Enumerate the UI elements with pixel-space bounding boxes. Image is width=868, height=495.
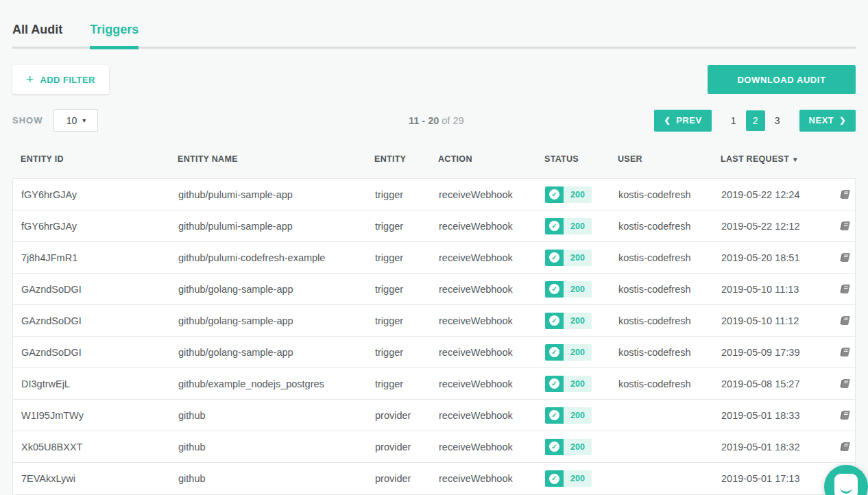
copy-icon[interactable] bbox=[839, 346, 852, 358]
action-cell: receiveWebhook bbox=[439, 410, 545, 421]
entity-id-cell: W1I95JmTWy bbox=[21, 410, 178, 421]
page-numbers: 123 bbox=[724, 110, 787, 131]
entity-name-cell: github/pulumi-sample-app bbox=[178, 189, 375, 200]
entity-id-cell: 7EVAkxLywi bbox=[21, 473, 178, 484]
entity-name-cell: github/golang-sample-app bbox=[178, 315, 375, 326]
entity-cell: trigger bbox=[375, 252, 439, 263]
last-request-cell: 2019-05-08 15:27 bbox=[721, 378, 834, 389]
add-filter-button[interactable]: + ADD FILTER bbox=[12, 65, 109, 94]
user-cell: kostis-codefresh bbox=[618, 378, 721, 389]
table-row: Xk05U8BXXT github provider receiveWebhoo… bbox=[13, 431, 855, 463]
next-label: NEXT bbox=[809, 115, 834, 125]
prev-label: PREV bbox=[676, 115, 701, 125]
page-3-button[interactable]: 3 bbox=[768, 110, 787, 131]
check-circle-icon: ✓ bbox=[545, 250, 564, 266]
page-2-button[interactable]: 2 bbox=[746, 110, 765, 131]
last-request-cell: 2019-05-01 18:33 bbox=[721, 410, 834, 421]
next-button[interactable]: NEXT ❯ bbox=[799, 110, 856, 132]
user-cell: kostis-codefresh bbox=[618, 347, 721, 358]
copy-icon[interactable] bbox=[839, 189, 852, 200]
table-row: fGY6hrGJAy github/pulumi-sample-app trig… bbox=[13, 179, 855, 210]
status-code: 200 bbox=[564, 376, 592, 392]
chevron-down-icon: ▾ bbox=[82, 117, 86, 124]
table-row: fGY6hrGJAy github/pulumi-sample-app trig… bbox=[13, 210, 855, 242]
entity-name-cell: github bbox=[178, 473, 375, 484]
copy-icon[interactable] bbox=[839, 220, 852, 232]
user-cell: kostis-codefresh bbox=[618, 315, 721, 326]
action-cell: receiveWebhook bbox=[439, 189, 545, 200]
entity-cell: trigger bbox=[375, 315, 439, 326]
column-entity-id: ENTITY ID bbox=[21, 154, 178, 164]
column-last-request[interactable]: LAST REQUEST ▾ bbox=[721, 154, 834, 164]
table-row: GAzndSoDGI github/golang-sample-app trig… bbox=[13, 305, 855, 337]
range-of-text: of 29 bbox=[442, 115, 463, 126]
status-code: 200 bbox=[564, 407, 592, 424]
status-cell: ✓ 200 bbox=[545, 344, 618, 361]
entity-cell: provider bbox=[375, 473, 439, 484]
copy-icon[interactable] bbox=[839, 409, 852, 421]
entity-name-cell: github/pulumi-sample-app bbox=[178, 221, 375, 232]
entity-cell: trigger bbox=[375, 221, 439, 232]
user-cell: kostis-codefresh bbox=[618, 221, 721, 232]
copy-icon[interactable] bbox=[839, 441, 852, 452]
check-circle-icon: ✓ bbox=[545, 313, 564, 329]
copy-icon[interactable] bbox=[839, 315, 852, 326]
check-circle-icon: ✓ bbox=[545, 344, 564, 361]
entity-name-cell: github bbox=[178, 442, 375, 452]
plus-icon: + bbox=[26, 73, 34, 86]
copy-icon[interactable] bbox=[839, 378, 852, 389]
page-size-dropdown[interactable]: 10 ▾ bbox=[53, 109, 98, 132]
action-cell: receiveWebhook bbox=[439, 315, 545, 326]
status-cell: ✓ 200 bbox=[545, 313, 618, 329]
prev-button[interactable]: ❮ PREV bbox=[654, 110, 711, 132]
results-range: 11 - 20 of 29 bbox=[218, 115, 654, 126]
page-1-button[interactable]: 1 bbox=[724, 110, 743, 131]
chevron-right-icon: ❯ bbox=[839, 117, 846, 124]
last-request-cell: 2019-05-10 11:12 bbox=[721, 315, 834, 326]
user-cell: kostis-codefresh bbox=[618, 189, 721, 200]
table-row: GAzndSoDGI github/golang-sample-app trig… bbox=[13, 337, 855, 368]
status-badge: ✓ 200 bbox=[545, 344, 592, 361]
last-request-cell: 2019-05-20 18:51 bbox=[721, 252, 834, 263]
copy-icon[interactable] bbox=[839, 252, 852, 263]
status-code: 200 bbox=[564, 470, 592, 487]
action-cell: receiveWebhook bbox=[439, 442, 545, 452]
status-badge: ✓ 200 bbox=[545, 250, 592, 266]
chat-bubble-icon bbox=[834, 474, 858, 495]
last-request-cell: 2019-05-01 17:13 bbox=[721, 473, 834, 484]
table-row: W1I95JmTWy github provider receiveWebhoo… bbox=[13, 400, 855, 431]
copy-icon[interactable] bbox=[839, 283, 852, 295]
status-code: 200 bbox=[564, 250, 592, 266]
tab-all-audit[interactable]: All Audit bbox=[12, 23, 62, 49]
last-request-cell: 2019-05-09 17:39 bbox=[721, 347, 834, 358]
download-audit-button[interactable]: DOWNLOAD AUDIT bbox=[708, 65, 856, 94]
controls-row: SHOW 10 ▾ 11 - 20 of 29 ❮ PREV 123 NEXT … bbox=[0, 94, 868, 132]
audit-table-body: fGY6hrGJAy github/pulumi-sample-app trig… bbox=[12, 178, 856, 495]
range-text: 11 - 20 bbox=[409, 115, 439, 126]
entity-id-cell: 7j8h4JFmR1 bbox=[21, 252, 178, 263]
table-row: DI3gtrwEjL github/example_nodejs_postgre… bbox=[13, 368, 855, 400]
status-badge: ✓ 200 bbox=[545, 281, 592, 298]
status-badge: ✓ 200 bbox=[545, 439, 592, 455]
action-cell: receiveWebhook bbox=[439, 252, 545, 263]
entity-name-cell: github/pulumi-codefresh-example bbox=[178, 252, 375, 263]
audit-page: All Audit Triggers + ADD FILTER DOWNLOAD… bbox=[0, 0, 868, 495]
status-badge: ✓ 200 bbox=[545, 313, 592, 329]
action-cell: receiveWebhook bbox=[439, 221, 545, 232]
check-circle-icon: ✓ bbox=[545, 470, 564, 487]
page-size-value: 10 bbox=[67, 115, 77, 126]
status-badge: ✓ 200 bbox=[545, 186, 592, 203]
status-badge: ✓ 200 bbox=[545, 407, 592, 424]
entity-name-cell: github/golang-sample-app bbox=[178, 347, 375, 358]
last-request-cell: 2019-05-22 12:24 bbox=[721, 189, 834, 200]
entity-name-cell: github bbox=[178, 410, 375, 421]
entity-cell: trigger bbox=[375, 284, 439, 295]
entity-id-cell: GAzndSoDGI bbox=[21, 284, 178, 295]
tab-triggers[interactable]: Triggers bbox=[90, 23, 138, 49]
audit-table: ENTITY ID ENTITY NAME ENTITY ACTION STAT… bbox=[12, 145, 856, 495]
status-code: 200 bbox=[564, 313, 592, 329]
entity-cell: provider bbox=[375, 442, 439, 452]
entity-id-cell: DI3gtrwEjL bbox=[21, 378, 178, 389]
user-cell: kostis-codefresh bbox=[618, 284, 721, 295]
status-cell: ✓ 200 bbox=[545, 376, 618, 392]
